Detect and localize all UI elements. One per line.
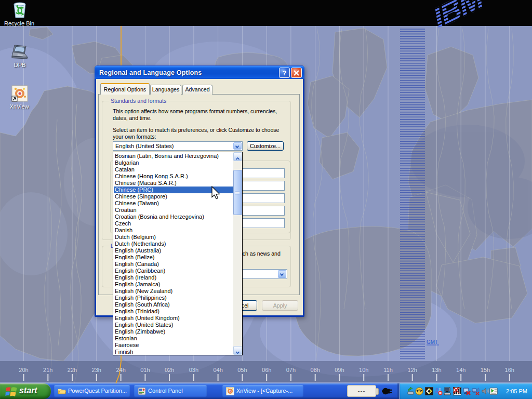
svg-text:01h: 01h xyxy=(140,367,150,373)
svg-text:02h: 02h xyxy=(165,367,174,373)
svg-text:06h: 06h xyxy=(262,367,271,373)
svg-text:05h: 05h xyxy=(237,367,247,373)
svg-text:14h: 14h xyxy=(456,367,466,373)
svg-text:GMT: GMT xyxy=(427,339,438,345)
svg-text:IBM: IBM xyxy=(432,0,485,36)
svg-text:10h: 10h xyxy=(359,367,368,373)
svg-text:24h: 24h xyxy=(116,367,125,373)
svg-text:11h: 11h xyxy=(383,367,393,373)
svg-text:23h: 23h xyxy=(92,367,101,373)
svg-text:03h: 03h xyxy=(189,367,198,373)
svg-text:20h: 20h xyxy=(19,367,28,373)
svg-text:16h: 16h xyxy=(505,367,514,373)
svg-text:21h: 21h xyxy=(43,367,52,373)
svg-text:15h: 15h xyxy=(481,367,490,373)
svg-text:09h: 09h xyxy=(335,367,344,373)
svg-text:08h: 08h xyxy=(311,367,320,373)
svg-text:04h: 04h xyxy=(213,367,222,373)
svg-text:12h: 12h xyxy=(408,367,417,373)
svg-text:22h: 22h xyxy=(68,367,77,373)
svg-text:13h: 13h xyxy=(432,367,441,373)
svg-text:07h: 07h xyxy=(286,367,296,373)
